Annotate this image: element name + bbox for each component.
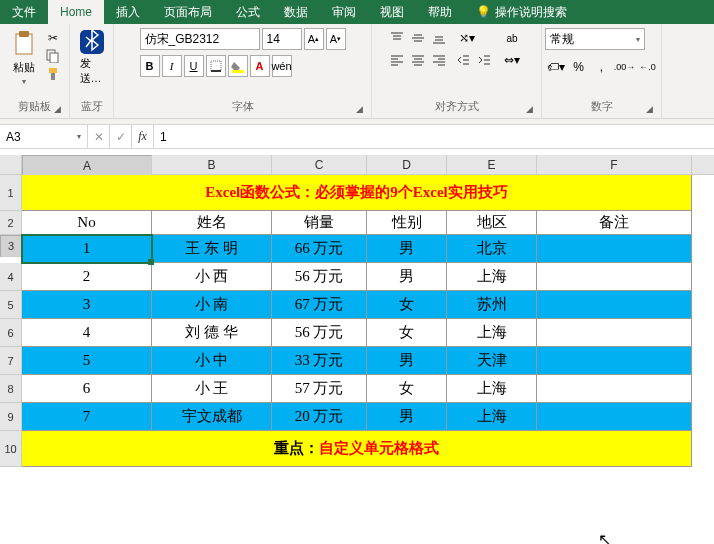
cell-F8[interactable] — [537, 375, 692, 403]
row-header-9[interactable]: 9 — [0, 403, 22, 431]
decrease-indent-button[interactable] — [453, 50, 473, 70]
increase-decimal-button[interactable]: .00→ — [614, 56, 636, 78]
select-all-corner[interactable] — [0, 155, 22, 174]
cell-F5[interactable] — [537, 291, 692, 319]
row-header-2[interactable]: 2 — [0, 211, 22, 235]
row-header-3[interactable]: 3 — [0, 235, 22, 257]
cell-A4[interactable]: 2 — [22, 263, 152, 291]
font-color-button[interactable]: A — [250, 55, 270, 77]
tab-page-layout[interactable]: 页面布局 — [152, 0, 224, 24]
cell-F9[interactable] — [537, 403, 692, 431]
font-size-select[interactable] — [262, 28, 302, 50]
decrease-decimal-button[interactable]: ←.0 — [637, 56, 659, 78]
cell-E6[interactable]: 上海 — [447, 319, 537, 347]
cell-F4[interactable] — [537, 263, 692, 291]
dialog-launcher-icon[interactable]: ◢ — [356, 104, 363, 114]
cell-E5[interactable]: 苏州 — [447, 291, 537, 319]
cell-A7[interactable]: 5 — [22, 347, 152, 375]
header-gender[interactable]: 性别 — [367, 211, 447, 235]
row-header-5[interactable]: 5 — [0, 291, 22, 319]
tab-tellme[interactable]: 💡操作说明搜索 — [464, 0, 579, 24]
cell-C7[interactable]: 33 万元 — [272, 347, 367, 375]
bluetooth-send-button[interactable]: 发送… — [76, 28, 108, 88]
column-header-F[interactable]: F — [537, 155, 692, 174]
border-button[interactable] — [206, 55, 226, 77]
cell-E8[interactable]: 上海 — [447, 375, 537, 403]
dialog-launcher-icon[interactable]: ◢ — [54, 104, 61, 114]
row-header-7[interactable]: 7 — [0, 347, 22, 375]
tab-review[interactable]: 审阅 — [320, 0, 368, 24]
percent-button[interactable]: % — [568, 56, 590, 78]
cell-D4[interactable]: 男 — [367, 263, 447, 291]
enter-formula-button[interactable]: ✓ — [110, 125, 132, 148]
cell-E4[interactable]: 上海 — [447, 263, 537, 291]
column-header-E[interactable]: E — [447, 155, 537, 174]
cell-B9[interactable]: 宇文成都 — [152, 403, 272, 431]
increase-indent-button[interactable] — [474, 50, 494, 70]
row-header-8[interactable]: 8 — [0, 375, 22, 403]
cell-B4[interactable]: 小 西 — [152, 263, 272, 291]
header-region[interactable]: 地区 — [447, 211, 537, 235]
bold-button[interactable]: B — [140, 55, 160, 77]
align-right-button[interactable] — [429, 50, 449, 70]
cell-D9[interactable]: 男 — [367, 403, 447, 431]
name-box[interactable]: A3▾ — [0, 125, 88, 148]
increase-font-button[interactable]: A▴ — [304, 28, 324, 50]
number-format-select[interactable]: 常规▾ — [545, 28, 645, 50]
row-header-4[interactable]: 4 — [0, 263, 22, 291]
decrease-font-button[interactable]: A▾ — [326, 28, 346, 50]
cell-A5[interactable]: 3 — [22, 291, 152, 319]
footer-cell[interactable]: 重点：自定义单元格格式 — [22, 431, 692, 467]
tab-home[interactable]: Home — [48, 0, 104, 24]
italic-button[interactable]: I — [162, 55, 182, 77]
cell-F7[interactable] — [537, 347, 692, 375]
cut-button[interactable]: ✂ — [44, 30, 62, 46]
cell-D5[interactable]: 女 — [367, 291, 447, 319]
tab-file[interactable]: 文件 — [0, 0, 48, 24]
align-top-button[interactable] — [387, 28, 407, 48]
cell-F6[interactable] — [537, 319, 692, 347]
font-name-select[interactable] — [140, 28, 260, 50]
cell-A8[interactable]: 6 — [22, 375, 152, 403]
align-left-button[interactable] — [387, 50, 407, 70]
align-bottom-button[interactable] — [429, 28, 449, 48]
tab-view[interactable]: 视图 — [368, 0, 416, 24]
title-cell[interactable]: Excel函数公式：必须掌握的9个Excel实用技巧 — [22, 175, 692, 211]
cell-B5[interactable]: 小 南 — [152, 291, 272, 319]
cell-A3[interactable]: 1 — [22, 235, 152, 263]
cell-B7[interactable]: 小 中 — [152, 347, 272, 375]
tab-insert[interactable]: 插入 — [104, 0, 152, 24]
cell-D7[interactable]: 男 — [367, 347, 447, 375]
header-no[interactable]: No — [22, 211, 152, 235]
formula-input[interactable]: 1 — [154, 125, 714, 148]
dialog-launcher-icon[interactable]: ◢ — [646, 104, 653, 114]
cell-B8[interactable]: 小 王 — [152, 375, 272, 403]
row-header-6[interactable]: 6 — [0, 319, 22, 347]
cell-C8[interactable]: 57 万元 — [272, 375, 367, 403]
cell-D3[interactable]: 男 — [367, 235, 447, 263]
cell-C4[interactable]: 56 万元 — [272, 263, 367, 291]
cell-D6[interactable]: 女 — [367, 319, 447, 347]
cell-E3[interactable]: 北京 — [447, 235, 537, 263]
cell-C3[interactable]: 66 万元 — [272, 235, 367, 263]
merge-center-button[interactable]: ⇔▾ — [498, 50, 526, 70]
orientation-button[interactable]: ⤭▾ — [453, 28, 481, 48]
phonetic-button[interactable]: wén — [272, 55, 292, 77]
cell-A6[interactable]: 4 — [22, 319, 152, 347]
column-header-A[interactable]: A — [22, 155, 152, 177]
cell-E9[interactable]: 上海 — [447, 403, 537, 431]
format-painter-button[interactable] — [44, 66, 62, 82]
header-note[interactable]: 备注 — [537, 211, 692, 235]
column-header-B[interactable]: B — [152, 155, 272, 174]
tab-formulas[interactable]: 公式 — [224, 0, 272, 24]
cell-C9[interactable]: 20 万元 — [272, 403, 367, 431]
tab-data[interactable]: 数据 — [272, 0, 320, 24]
header-sales[interactable]: 销量 — [272, 211, 367, 235]
wrap-text-button[interactable]: ab — [498, 28, 526, 48]
underline-button[interactable]: U — [184, 55, 204, 77]
align-center-button[interactable] — [408, 50, 428, 70]
accounting-format-button[interactable]: 🏷▾ — [545, 56, 567, 78]
comma-button[interactable]: , — [591, 56, 613, 78]
tab-help[interactable]: 帮助 — [416, 0, 464, 24]
align-middle-button[interactable] — [408, 28, 428, 48]
